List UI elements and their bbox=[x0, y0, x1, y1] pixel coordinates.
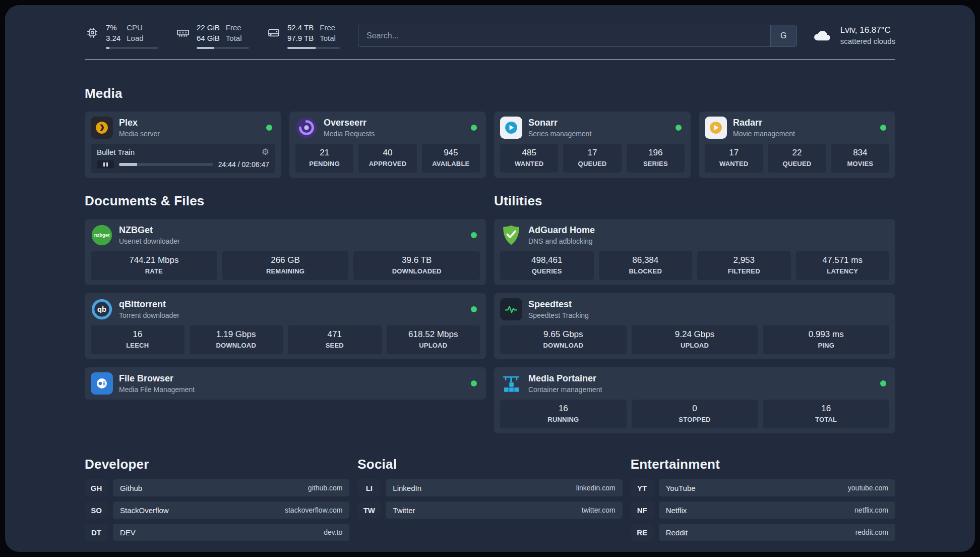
app-card-nzbget[interactable]: nzbget NZBGet Usenet downloader 744.21 M… bbox=[85, 219, 486, 285]
link-row-github: GH Githubgithub.com bbox=[85, 479, 349, 496]
app-card-filebrowser[interactable]: File Browser Media File Management bbox=[85, 367, 486, 400]
app-subtitle: Speedtest Tracking bbox=[528, 311, 589, 319]
stat-value: 86,384 bbox=[601, 255, 691, 265]
stat-value: 266 GB bbox=[224, 255, 347, 265]
github-link[interactable]: Githubgithub.com bbox=[113, 479, 349, 496]
app-card-speedtest[interactable]: Speedtest Speedtest Tracking 9.65 GbpsDO… bbox=[494, 293, 895, 359]
pause-button[interactable] bbox=[97, 160, 114, 169]
top-bar: 7% 3.24 CPU Load 22 GiB bbox=[85, 22, 895, 49]
gear-icon[interactable]: ⚙ bbox=[262, 148, 269, 156]
stat-label: AVAILABLE bbox=[424, 160, 478, 168]
disk-free-label: Free bbox=[320, 22, 336, 33]
twitter-abbr-icon[interactable]: TW bbox=[357, 502, 381, 519]
stat-tile: 744.21 MbpsRATE bbox=[91, 251, 217, 280]
stat-tile: 0STOPPED bbox=[632, 400, 758, 428]
nzbget-icon: nzbget bbox=[91, 224, 113, 246]
weather-location: Lviv, 16.87°C bbox=[840, 25, 895, 36]
stat-value: 0.993 ms bbox=[765, 329, 887, 340]
link-name: DEV bbox=[120, 528, 136, 537]
app-subtitle: Usenet downloader bbox=[119, 237, 180, 245]
stat-value: 40 bbox=[360, 148, 414, 158]
link-row-twitter: TW Twittertwitter.com bbox=[357, 502, 622, 519]
stat-label: RATE bbox=[93, 267, 215, 275]
stat-tile: 471SEED bbox=[288, 325, 382, 354]
stat-value: 17 bbox=[565, 148, 619, 158]
playback-time: 24:44 / 02:06:47 bbox=[218, 160, 269, 169]
app-card-plex[interactable]: Plex Media server Bullet Train ⚙ 24:44 /… bbox=[85, 112, 281, 178]
stat-value: 17 bbox=[707, 148, 761, 158]
github-abbr-icon[interactable]: GH bbox=[85, 479, 108, 496]
app-card-qbittorrent[interactable]: qb qBittorrent Torrent downloader 16LEEC… bbox=[85, 293, 486, 359]
link-url: netflix.com bbox=[854, 506, 888, 514]
stat-tile: 16LEECH bbox=[91, 325, 185, 354]
stackoverflow-abbr-icon[interactable]: SO bbox=[85, 502, 108, 519]
ram-usage-bar bbox=[197, 47, 249, 49]
app-name: Radarr bbox=[733, 118, 795, 128]
app-card-portainer[interactable]: Media Portainer Container management 16R… bbox=[494, 367, 895, 433]
linkedin-link[interactable]: LinkedInlinkedin.com bbox=[386, 479, 622, 496]
hard-disk-icon bbox=[266, 26, 281, 40]
weather-widget: Lviv, 16.87°C scattered clouds bbox=[811, 25, 895, 46]
section-title-media: Media bbox=[85, 86, 895, 101]
app-name: File Browser bbox=[119, 373, 195, 384]
stat-label: APPROVED bbox=[360, 160, 414, 168]
twitter-link[interactable]: Twittertwitter.com bbox=[386, 502, 622, 519]
disk-usage-bar-fill bbox=[287, 47, 316, 49]
stat-label: UPLOAD bbox=[634, 342, 756, 349]
stat-label: STOPPED bbox=[634, 416, 756, 423]
stat-tile: 17QUEUED bbox=[563, 144, 621, 173]
speedtest-icon bbox=[500, 298, 522, 320]
search-engine-button[interactable]: G bbox=[770, 25, 797, 46]
stat-tile: 0.993 msPING bbox=[763, 325, 889, 354]
stat-tile: 485WANTED bbox=[500, 144, 558, 173]
cpu-usage-bar bbox=[106, 47, 158, 49]
youtube-link[interactable]: YouTubeyoutube.com bbox=[659, 479, 895, 496]
link-name: Github bbox=[120, 484, 142, 492]
stat-label: BLOCKED bbox=[601, 267, 691, 275]
stat-value: 196 bbox=[629, 148, 683, 158]
playback-progress-bar[interactable] bbox=[119, 163, 213, 166]
stat-tile: 22QUEUED bbox=[768, 144, 826, 173]
search-bar: G bbox=[358, 25, 797, 47]
link-url: stackoverflow.com bbox=[285, 506, 342, 514]
youtube-abbr-icon[interactable]: YT bbox=[631, 479, 654, 496]
stat-label: DOWNLOADED bbox=[355, 267, 478, 275]
stackoverflow-link[interactable]: StackOverflowstackoverflow.com bbox=[113, 502, 349, 519]
reddit-abbr-icon[interactable]: RE bbox=[631, 524, 654, 541]
stat-value: 16 bbox=[502, 404, 625, 414]
stat-value: 39.6 TB bbox=[355, 255, 478, 265]
stat-value: 9.65 Gbps bbox=[502, 329, 625, 340]
reddit-link[interactable]: Redditreddit.com bbox=[659, 524, 895, 541]
netflix-abbr-icon[interactable]: NF bbox=[631, 502, 654, 519]
app-name: NZBGet bbox=[119, 225, 180, 236]
stat-tile: 2,953FILTERED bbox=[697, 251, 791, 280]
link-name: StackOverflow bbox=[120, 506, 169, 515]
app-card-radarr[interactable]: Radarr Movie management 17WANTED 22QUEUE… bbox=[699, 112, 895, 178]
stat-tile: 834MOVIES bbox=[831, 144, 889, 173]
stat-label: RUNNING bbox=[502, 416, 625, 423]
ram-total-value: 64 GiB bbox=[197, 33, 220, 43]
section-title-social: Social bbox=[357, 457, 622, 472]
stat-label: PENDING bbox=[297, 160, 351, 168]
stat-label: QUERIES bbox=[502, 267, 592, 275]
stat-tile: 9.24 GbpsUPLOAD bbox=[632, 325, 758, 354]
dev-link[interactable]: DEVdev.to bbox=[113, 524, 349, 541]
status-dot bbox=[266, 125, 272, 131]
netflix-link[interactable]: Netflixnetflix.com bbox=[659, 502, 895, 519]
dev-abbr-icon[interactable]: DT bbox=[85, 524, 108, 541]
stat-tile: 945AVAILABLE bbox=[422, 144, 480, 173]
stat-label: QUEUED bbox=[565, 160, 619, 168]
app-card-sonarr[interactable]: Sonarr Series management 485WANTED 17QUE… bbox=[494, 112, 691, 178]
search-input[interactable] bbox=[358, 25, 770, 46]
stat-label: QUEUED bbox=[770, 160, 824, 168]
section-title-developer: Developer bbox=[85, 457, 349, 472]
stat-value: 498,461 bbox=[502, 255, 592, 265]
disk-total-label: Total bbox=[320, 33, 336, 43]
section-documents: Documents & Files nzbget NZBGet Usenet d… bbox=[85, 193, 486, 400]
link-name: Reddit bbox=[666, 528, 688, 537]
linkedin-abbr-icon[interactable]: LI bbox=[357, 479, 381, 496]
stat-label: LEECH bbox=[93, 342, 182, 349]
app-card-adguard[interactable]: AdGuard Home DNS and adblocking 498,461Q… bbox=[494, 219, 895, 285]
app-card-overseerr[interactable]: Overseerr Media Requests 21PENDING 40APP… bbox=[289, 112, 486, 178]
app-subtitle: Torrent downloader bbox=[119, 311, 179, 319]
